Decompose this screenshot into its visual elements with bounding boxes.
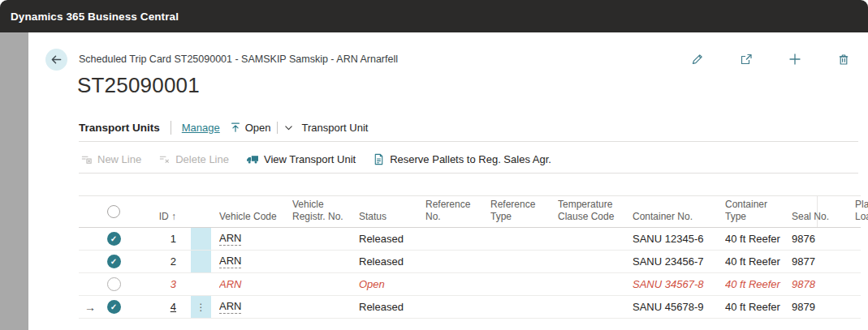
- divider: [79, 141, 858, 142]
- page-actions: [690, 52, 850, 66]
- unchecked-circle-icon: [107, 277, 121, 291]
- cell-vehicle-code[interactable]: ARN: [219, 228, 289, 250]
- delete-line-label: Delete Line: [175, 153, 229, 165]
- checked-circle-icon: [107, 255, 121, 268]
- cell-container-type[interactable]: 40 ft Reefer: [725, 273, 788, 295]
- app-titlebar: Dynamics 365 Business Central: [0, 0, 868, 32]
- row-select-checkbox[interactable]: [106, 228, 122, 250]
- cell-id[interactable]: 2: [130, 251, 176, 272]
- cell-status[interactable]: Open: [359, 273, 422, 295]
- app-window: Dynamics 365 Business Central Scheduled …: [0, 0, 868, 330]
- cell-seal-no[interactable]: 9878: [792, 273, 839, 295]
- cell-vehicle-code[interactable]: ARN: [219, 296, 289, 318]
- view-transport-unit-button[interactable]: View Transport Unit: [246, 152, 356, 165]
- part-header: Transport Units Manage Open Transport Un…: [79, 117, 368, 138]
- cell-id[interactable]: 3: [130, 273, 176, 295]
- cell-id[interactable]: 1: [130, 228, 176, 250]
- cell-container-type[interactable]: 40 ft Reefer: [725, 251, 788, 272]
- backdrop-strip: [0, 32, 28, 330]
- divider: [79, 173, 858, 174]
- column-header-container-type[interactable]: ContainerType: [725, 196, 788, 227]
- selection-highlight: [191, 228, 211, 250]
- cell-container-no[interactable]: SANU 34567-8: [633, 273, 722, 295]
- cell-status[interactable]: Released: [359, 251, 422, 272]
- plus-icon[interactable]: [788, 52, 801, 66]
- chevron-down-icon[interactable]: [283, 122, 294, 133]
- cell-container-no[interactable]: SANU 45678-9: [633, 296, 722, 318]
- cell-seal-no[interactable]: 9877: [792, 251, 839, 272]
- cell-container-type[interactable]: 40 ft Reefer: [725, 228, 788, 250]
- column-header-status[interactable]: Status: [359, 196, 422, 227]
- transport-units-grid: ID ↑ Vehicle Code VehicleRegistr. No. St…: [79, 195, 861, 319]
- view-transport-unit-label: View Transport Unit: [264, 153, 356, 165]
- column-header-seal-no[interactable]: Seal No.: [792, 196, 839, 227]
- delete-line-button: Delete Line: [158, 153, 229, 165]
- column-header-reference-no[interactable]: ReferenceNo.: [425, 196, 486, 227]
- transport-unit-menu-label: Transport Unit: [302, 122, 369, 134]
- selection-highlight: [191, 296, 211, 318]
- cell-container-no[interactable]: SANU 23456-7: [633, 251, 722, 272]
- open-icon: [230, 122, 241, 133]
- manage-menu-button[interactable]: Manage: [182, 122, 220, 134]
- current-row-arrow-icon: [80, 296, 100, 318]
- column-header-reference-type[interactable]: ReferenceType: [490, 196, 554, 227]
- cell-container-no[interactable]: SANU 12345-6: [633, 228, 722, 250]
- divider: [277, 122, 278, 134]
- row-menu-icon[interactable]: [196, 302, 206, 313]
- cell-seal-no[interactable]: 9876: [792, 228, 839, 250]
- pencil-icon[interactable]: [690, 52, 704, 66]
- cell-indicator: [191, 251, 211, 272]
- document-icon: [373, 153, 385, 165]
- table-row: 3 ARN Open SANU 34567-8 40 ft Reefer 987…: [79, 273, 861, 296]
- open-action[interactable]: Open: [230, 122, 271, 134]
- page-title: ST25090001: [77, 73, 200, 98]
- column-header-id[interactable]: ID ↑: [130, 196, 176, 227]
- divider: [171, 121, 171, 135]
- cell-id[interactable]: 4: [130, 296, 176, 318]
- column-header-vehicle-code[interactable]: Vehicle Code: [219, 196, 289, 227]
- table-row: 1 ARN Released SANU 12345-6 40 ft Reefer…: [79, 228, 861, 251]
- truck-icon: [246, 152, 259, 165]
- part-caption: Transport Units: [79, 122, 160, 134]
- column-header-vehicle-registr-no[interactable]: VehicleRegistr. No.: [292, 196, 357, 227]
- cell-seal-no[interactable]: 9879: [792, 296, 839, 318]
- cell-status[interactable]: Released: [359, 296, 422, 318]
- selection-highlight: [191, 251, 211, 272]
- table-row: 4 ARN Released SANU 45678-9 40 ft Reefer…: [79, 296, 861, 319]
- select-all-checkbox[interactable]: [106, 196, 122, 227]
- delete-line-icon: [158, 153, 171, 165]
- open-action-label: Open: [245, 122, 271, 134]
- share-icon[interactable]: [739, 52, 753, 66]
- back-arrow-icon: [50, 54, 63, 66]
- page-caption: Scheduled Trip Card ST25090001 - SAMSKIP…: [79, 54, 398, 65]
- cell-indicator: [191, 228, 211, 250]
- circle-checkbox-icon: [107, 205, 120, 218]
- table-row: 2 ARN Released SANU 23456-7 40 ft Reefer…: [79, 251, 861, 273]
- row-select-checkbox[interactable]: [106, 273, 122, 295]
- new-line-label: New Line: [97, 153, 141, 165]
- cell-indicator: [191, 296, 211, 318]
- reserve-pallets-label: Reserve Pallets to Reg. Sales Agr.: [390, 153, 551, 165]
- row-select-checkbox[interactable]: [106, 296, 122, 318]
- back-button[interactable]: [45, 49, 67, 71]
- trash-icon[interactable]: [836, 52, 850, 66]
- column-header-place-of-loading[interactable]: PlacLoa: [855, 196, 868, 227]
- new-line-icon: [80, 153, 93, 165]
- cell-container-type[interactable]: 40 ft Reefer: [725, 296, 788, 318]
- cell-vehicle-code[interactable]: ARN: [219, 273, 289, 295]
- grid-header-row: ID ↑ Vehicle Code VehicleRegistr. No. St…: [79, 195, 861, 228]
- column-header-temperature-clause-code[interactable]: TemperatureClause Code: [558, 196, 631, 227]
- checked-circle-icon: [107, 232, 121, 246]
- reserve-pallets-button[interactable]: Reserve Pallets to Reg. Sales Agr.: [373, 153, 551, 165]
- page-content: Scheduled Trip Card ST25090001 - SAMSKIP…: [28, 32, 868, 330]
- cell-status[interactable]: Released: [359, 228, 422, 250]
- transport-unit-menu-button[interactable]: Transport Unit: [302, 122, 369, 134]
- checked-circle-icon: [107, 300, 121, 314]
- row-select-checkbox[interactable]: [106, 251, 122, 272]
- column-header-container-no[interactable]: Container No.: [633, 196, 722, 227]
- line-toolbar: New Line Delete Line View Transport Unit…: [80, 148, 551, 169]
- new-line-button: New Line: [80, 153, 141, 165]
- cell-vehicle-code[interactable]: ARN: [219, 251, 289, 272]
- app-title: Dynamics 365 Business Central: [11, 11, 179, 23]
